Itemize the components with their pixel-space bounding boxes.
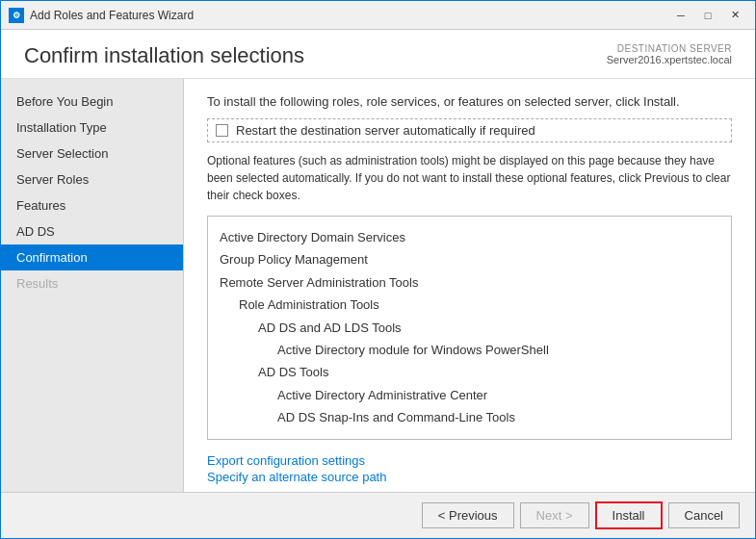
- sidebar-item-confirmation[interactable]: Confirmation: [1, 244, 183, 270]
- instruction-text: To install the following roles, role ser…: [207, 94, 732, 109]
- feature-item-1: Group Policy Management: [220, 248, 719, 270]
- destination-server-name: Server2016.xpertstec.local: [607, 54, 732, 65]
- wizard-title: Confirm installation selections: [24, 43, 304, 68]
- sidebar-item-ad-ds[interactable]: AD DS: [1, 218, 183, 244]
- title-bar: ⚙ Add Roles and Features Wizard ─ □ ✕: [1, 1, 755, 30]
- feature-item-3: Role Administration Tools: [220, 294, 719, 316]
- feature-item-7: Active Directory Administrative Center: [220, 384, 719, 406]
- wizard-header: Confirm installation selections DESTINAT…: [1, 30, 755, 79]
- window-icon: ⚙: [9, 8, 24, 23]
- alternate-source-link[interactable]: Specify an alternate source path: [207, 470, 732, 484]
- sidebar: Before You Begin Installation Type Serve…: [1, 79, 184, 492]
- previous-button[interactable]: < Previous: [422, 502, 514, 528]
- feature-item-8: AD DS Snap-Ins and Command-Line Tools: [220, 406, 719, 428]
- sidebar-item-installation-type[interactable]: Installation Type: [1, 115, 183, 141]
- next-button: Next >: [520, 502, 589, 528]
- window-title: Add Roles and Features Wizard: [30, 9, 668, 22]
- feature-item-2: Remote Server Administration Tools: [220, 271, 719, 294]
- sidebar-item-results: Results: [1, 270, 183, 296]
- install-button[interactable]: Install: [595, 501, 663, 529]
- feature-item-6: AD DS Tools: [220, 361, 719, 383]
- wizard-footer: < Previous Next > Install Cancel: [1, 492, 755, 538]
- wizard-body: Before You Begin Installation Type Serve…: [1, 79, 755, 492]
- close-button[interactable]: ✕: [722, 6, 747, 25]
- destination-server-label: DESTINATION SERVER: [607, 43, 732, 54]
- restart-checkbox-label: Restart the destination server automatic…: [236, 123, 535, 138]
- window-controls: ─ □ ✕: [668, 6, 747, 25]
- main-content: To install the following roles, role ser…: [184, 79, 755, 492]
- optional-text: Optional features (such as administratio…: [207, 152, 732, 204]
- sidebar-item-server-selection[interactable]: Server Selection: [1, 141, 183, 167]
- feature-item-5: Active Directory module for Windows Powe…: [220, 339, 719, 361]
- sidebar-item-features[interactable]: Features: [1, 192, 183, 218]
- restart-checkbox-row[interactable]: Restart the destination server automatic…: [207, 118, 732, 142]
- feature-item-0: Active Directory Domain Services: [220, 226, 719, 248]
- minimize-button[interactable]: ─: [668, 6, 693, 25]
- destination-server-info: DESTINATION SERVER Server2016.xpertstec.…: [607, 43, 732, 65]
- links-section: Export configuration settings Specify an…: [207, 453, 732, 484]
- features-box: Active Directory Domain Services Group P…: [207, 216, 732, 440]
- feature-item-4: AD DS and AD LDS Tools: [220, 317, 719, 339]
- maximize-button[interactable]: □: [695, 6, 720, 25]
- wizard-window: ⚙ Add Roles and Features Wizard ─ □ ✕ Co…: [0, 0, 756, 539]
- cancel-button[interactable]: Cancel: [668, 502, 740, 528]
- sidebar-item-before-you-begin[interactable]: Before You Begin: [1, 89, 183, 115]
- export-config-link[interactable]: Export configuration settings: [207, 453, 732, 468]
- restart-checkbox[interactable]: [216, 124, 228, 137]
- sidebar-item-server-roles[interactable]: Server Roles: [1, 167, 183, 192]
